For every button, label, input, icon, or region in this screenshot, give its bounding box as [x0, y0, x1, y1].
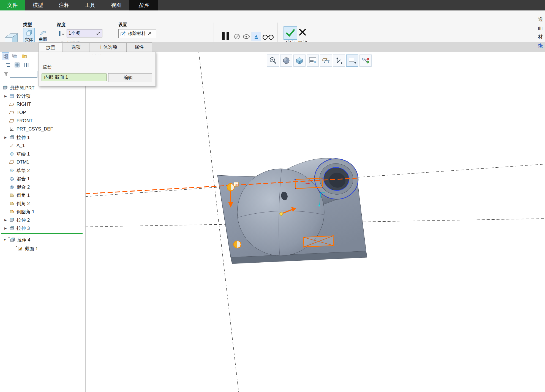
- flip-depth-direction-icon[interactable]: [96, 31, 100, 36]
- modified-marker: *: [8, 236, 10, 240]
- expand-arrow[interactable]: ▶: [4, 227, 9, 230]
- tree-item-axis[interactable]: A_1: [0, 141, 85, 150]
- tree-item-sketch-2[interactable]: 草绘 2: [0, 166, 85, 175]
- zoom-in-button[interactable]: [267, 55, 279, 67]
- insert-here-indicator[interactable]: [1, 233, 83, 234]
- chamfer-icon: [9, 201, 14, 206]
- csys-display-button[interactable]: [333, 55, 345, 67]
- surface-icon: [40, 30, 46, 36]
- tree-item-blend-1[interactable]: 混合 1: [0, 175, 85, 183]
- folder-settings-icon: [21, 53, 27, 59]
- axis-icon: [9, 143, 14, 148]
- shaded-sphere-icon: [282, 56, 290, 65]
- graphics-area[interactable]: 面: [85, 52, 545, 392]
- extrude-ribbon: 类型 实体 曲面 深度 1个项 封闭端 设置: [0, 10, 545, 42]
- ok-button[interactable]: [284, 26, 297, 40]
- magnifier-icon: [269, 56, 277, 65]
- display-style-button[interactable]: [293, 55, 306, 67]
- tree-item-dtm1[interactable]: DTM1: [0, 158, 85, 166]
- tree-filter-input[interactable]: [10, 71, 37, 78]
- tree-item-label: RIGHT: [17, 102, 31, 107]
- tree-item-design-items[interactable]: ▶ 设计项: [0, 92, 85, 100]
- extrude-icon: [9, 218, 14, 222]
- tree-item-front-plane[interactable]: FRONT: [0, 117, 85, 125]
- tab-tools[interactable]: 工具: [77, 0, 103, 10]
- tree-item-top-plane[interactable]: TOP: [0, 108, 85, 117]
- sketch1-center[interactable]: [308, 183, 309, 184]
- tree-item-label: 设计项: [17, 93, 31, 99]
- tree-item-csys[interactable]: PRT_CSYS_DEF: [0, 125, 85, 133]
- tab-file[interactable]: 文件: [0, 0, 25, 10]
- verify-glasses-icon[interactable]: [262, 34, 275, 40]
- shading-mode-button[interactable]: [280, 55, 292, 67]
- placement-panel: ···· 草绘 内部 截面 1 编辑...: [39, 52, 156, 86]
- tree-item-sketch-1[interactable]: 草绘 1: [0, 150, 85, 158]
- tree-item-label: 混合 1: [17, 176, 30, 182]
- clipped-char: 通: [538, 16, 543, 23]
- layer-tree-button[interactable]: [11, 52, 19, 60]
- extrude-icon: [9, 226, 14, 230]
- expand-arrow[interactable]: ▶: [4, 94, 9, 98]
- attached-preview-button[interactable]: [252, 32, 261, 41]
- sketch-collector-field[interactable]: 内部 截面 1: [42, 74, 107, 81]
- tree-item-section-1[interactable]: * 截面 1: [0, 244, 85, 253]
- app-window: { "colors": { "accent_green": "#1fa23d",…: [0, 0, 545, 392]
- tree-item-chamfer-1[interactable]: 倒角 1: [0, 191, 85, 199]
- sketch2-center[interactable]: [318, 241, 319, 242]
- flip-material-side-icon[interactable]: [147, 32, 151, 36]
- saved-orientations-button[interactable]: [307, 55, 319, 67]
- tree-item-chamfer-2[interactable]: 倒角 2: [0, 199, 85, 208]
- tab-view[interactable]: 视图: [103, 0, 129, 10]
- sketch-section-2[interactable]: [303, 235, 334, 247]
- tree-item-round-1[interactable]: 倒圆角 1: [0, 208, 85, 216]
- spin-center-button[interactable]: [359, 55, 372, 67]
- tree-item-extrude-2[interactable]: ▶ 拉伸 2: [0, 216, 85, 224]
- tree-expand-list-button[interactable]: [4, 61, 12, 69]
- tab-annotate[interactable]: 注释: [51, 0, 77, 10]
- drag-handle-2[interactable]: [234, 241, 241, 248]
- tree-item-label: 拉伸 1: [17, 134, 30, 141]
- tree-item-blend-2[interactable]: 混合 2: [0, 183, 85, 191]
- tree-columns-button[interactable]: [23, 61, 30, 69]
- 3d-canvas[interactable]: 面: [85, 52, 545, 392]
- tree-item-label: 倒圆角 1: [17, 209, 34, 215]
- tree-item-label: DTM1: [17, 159, 29, 165]
- panel-drag-handle[interactable]: ····: [92, 51, 103, 58]
- unattached-preview-icon[interactable]: [243, 34, 250, 40]
- datum-plane-icon: [9, 111, 14, 115]
- clipped-char: 面: [538, 25, 543, 31]
- pause-button[interactable]: [221, 31, 231, 41]
- expand-arrow[interactable]: ▶: [4, 218, 9, 222]
- tree-item-right-plane[interactable]: RIGHT: [0, 100, 85, 108]
- depth-group-label: 深度: [57, 22, 66, 28]
- attached-preview-icon: [253, 34, 259, 40]
- tree-item-extrude-4[interactable]: ▼ * 拉伸 4: [0, 236, 85, 244]
- tree-item-extrude-3[interactable]: ▶ 拉伸 3: [0, 224, 85, 232]
- tab-body-options[interactable]: 主体选项: [89, 42, 127, 52]
- cancel-button[interactable]: [298, 28, 307, 36]
- clipped-char-link[interactable]: 饶: [538, 42, 543, 49]
- tab-extrude[interactable]: 拉伸: [129, 0, 158, 10]
- tree-collapse-list-button[interactable]: [13, 61, 21, 69]
- remove-material-button[interactable]: 移除材料: [118, 29, 156, 38]
- annotation-display-button[interactable]: [346, 55, 358, 67]
- tab-placement[interactable]: 放置: [39, 42, 63, 52]
- expand-arrow[interactable]: ▶: [4, 136, 9, 139]
- depth-value: 1个项: [69, 31, 80, 36]
- tab-model[interactable]: 模型: [25, 0, 51, 10]
- tab-options[interactable]: 选项: [63, 42, 89, 52]
- tree-settings-button[interactable]: [20, 52, 28, 60]
- tree-item-label: 草绘 2: [17, 167, 30, 174]
- model-tree-icon: [2, 53, 9, 59]
- model-tree-button[interactable]: [2, 52, 9, 60]
- depth-dropdown[interactable]: 1个项: [67, 29, 102, 37]
- sketch-icon: [9, 152, 14, 156]
- edit-sketch-button[interactable]: 编辑...: [108, 73, 152, 82]
- collapse-arrow[interactable]: ▼: [3, 238, 8, 241]
- tab-properties[interactable]: 属性: [127, 42, 152, 52]
- tree-item-extrude-1[interactable]: ▶ 拉伸 1: [0, 133, 85, 141]
- depth-type-icon[interactable]: [58, 30, 65, 37]
- datum-display-button[interactable]: [320, 55, 332, 67]
- filter-funnel-icon[interactable]: [3, 72, 9, 77]
- no-preview-icon[interactable]: [233, 33, 241, 40]
